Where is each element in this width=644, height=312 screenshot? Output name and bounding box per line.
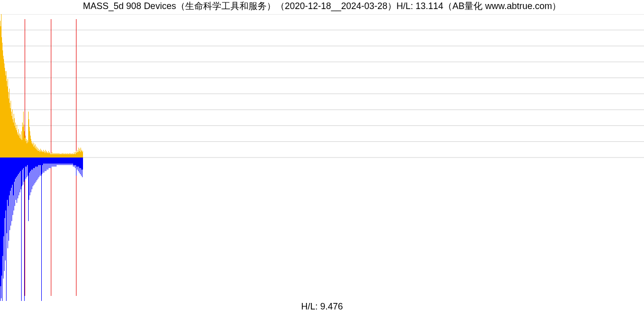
upper-bar — [58, 153, 58, 158]
upper-bar — [12, 116, 12, 158]
lower-bar — [41, 158, 42, 301]
upper-bar — [54, 153, 54, 158]
upper-bar — [3, 56, 4, 158]
upper-bar — [63, 153, 63, 158]
upper-bar — [69, 154, 70, 158]
lower-bar — [39, 158, 39, 177]
lower-bar — [73, 158, 73, 167]
upper-bar — [8, 79, 8, 158]
upper-bar — [76, 153, 77, 158]
upper-bar — [50, 154, 51, 158]
lower-bar — [31, 158, 32, 170]
upper-bar — [64, 153, 64, 158]
upper-bar — [11, 112, 12, 158]
upper-bar — [18, 134, 18, 158]
lower-bar — [74, 158, 75, 165]
lower-bar — [63, 158, 63, 165]
lower-bar — [57, 158, 58, 164]
lower-bar — [8, 158, 9, 206]
lower-bar — [37, 158, 37, 180]
lower-bar — [2, 158, 2, 276]
upper-bar — [64, 154, 65, 158]
lower-bar — [37, 158, 38, 167]
lower-bar — [56, 158, 57, 164]
lower-bar — [46, 158, 47, 164]
lower-bar — [6, 158, 7, 301]
upper-bar — [23, 127, 23, 158]
upper-bar — [53, 153, 53, 158]
upper-bar — [38, 151, 38, 158]
lower-bar — [79, 158, 80, 168]
upper-bar — [76, 151, 76, 158]
lower-bar — [52, 158, 53, 164]
lower-bar — [19, 158, 20, 173]
upper-bar — [74, 153, 75, 158]
upper-bar — [36, 146, 37, 158]
upper-bar — [24, 131, 25, 158]
lower-bar — [72, 158, 73, 164]
lower-bar — [16, 158, 16, 200]
upper-bar — [72, 154, 73, 158]
lower-bar — [54, 158, 55, 164]
upper-bar — [82, 150, 82, 158]
upper-bar — [43, 150, 44, 158]
lower-bar — [36, 158, 37, 167]
upper-bar — [14, 118, 15, 158]
lower-bar — [67, 158, 68, 164]
lower-bar — [54, 158, 54, 167]
lower-bar — [30, 158, 31, 171]
lower-bar — [18, 158, 19, 174]
lower-bar — [18, 158, 18, 198]
upper-bar — [75, 152, 76, 158]
upper-bar — [30, 131, 30, 158]
upper-bar — [40, 149, 41, 158]
lower-bar — [20, 158, 20, 192]
lower-bar — [35, 158, 35, 183]
upper-bar — [33, 142, 33, 158]
upper-bar — [65, 153, 65, 158]
upper-bar — [67, 153, 67, 158]
upper-bar — [82, 152, 83, 158]
upper-bar — [32, 143, 32, 158]
upper-bar — [69, 153, 69, 158]
chart-footer: H/L: 9.476 — [0, 301, 644, 312]
lower-bar — [66, 158, 67, 164]
lower-bar — [62, 158, 63, 164]
upper-bar — [8, 92, 9, 158]
lower-bar — [33, 158, 34, 168]
upper-bar — [62, 153, 62, 158]
upper-bar — [42, 152, 42, 158]
lower-bar — [51, 158, 51, 168]
lower-bar — [65, 158, 65, 165]
upper-bar — [17, 125, 17, 158]
lower-bar — [41, 158, 41, 176]
lower-bar — [66, 158, 66, 165]
lower-bar — [38, 158, 38, 179]
lower-bar — [82, 158, 82, 170]
lower-bar — [64, 158, 65, 164]
lower-bar — [25, 158, 25, 180]
lower-bar — [46, 158, 46, 171]
lower-bar — [7, 158, 7, 233]
lower-bar — [39, 158, 40, 165]
lower-bar — [75, 158, 76, 165]
lower-bar — [11, 158, 11, 225]
upper-bar — [28, 112, 29, 158]
upper-bar — [26, 139, 27, 158]
upper-bar — [60, 154, 61, 158]
lower-bar — [32, 158, 33, 170]
lower-bar — [48, 158, 48, 170]
upper-bar — [55, 153, 55, 158]
lower-bar — [69, 158, 69, 165]
upper-bar — [47, 153, 47, 158]
upper-bar — [30, 136, 31, 158]
lower-bar — [8, 158, 8, 248]
lower-bar — [26, 158, 26, 179]
upper-bar — [22, 140, 22, 158]
lower-bar — [9, 158, 10, 195]
lower-bar — [3, 158, 4, 279]
lower-bar — [33, 158, 33, 186]
upper-bar — [38, 149, 39, 158]
lower-bar — [10, 158, 11, 191]
lower-bar — [23, 158, 23, 185]
